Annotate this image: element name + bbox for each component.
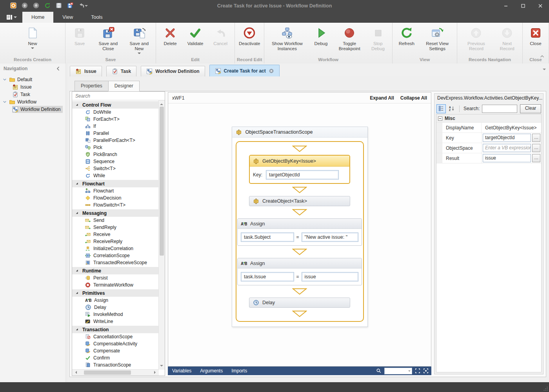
collapse-all-link[interactable]: Collapse All	[400, 95, 427, 101]
assign-value-input[interactable]: "New active issue: "	[302, 232, 358, 242]
actual-size-button[interactable]	[423, 368, 429, 374]
document-tab-create-task-for-act[interactable]: Create Task for act	[209, 65, 280, 76]
properties-search-input[interactable]	[482, 105, 517, 113]
toolbox-category-control-flow[interactable]: Control Flow	[72, 101, 159, 109]
toolbox-item-writeline[interactable]: WriteLine	[72, 318, 159, 325]
toolbox-item-delay[interactable]: Delay	[72, 304, 159, 311]
toolbox-search-box[interactable]	[72, 92, 165, 100]
ellipsis-button[interactable]: …	[532, 134, 540, 142]
drop-target-triangle-icon[interactable]	[292, 249, 307, 255]
toolbox-category-flowchart[interactable]: Flowchart	[72, 180, 159, 187]
toolbox-item-correlationscope[interactable]: CorrelationScope	[72, 252, 159, 259]
toolbox-item-persist[interactable]: Persist	[72, 274, 159, 281]
variables-tab[interactable]: Variables	[168, 367, 196, 375]
sequence-container[interactable]: GetObjectByKey<Issue> Key: targetObjectI…	[236, 141, 364, 322]
toolbox-item-flowchart[interactable]: Flowchart	[72, 187, 159, 194]
toolbox-item-flowdecision[interactable]: FlowDecision	[72, 194, 159, 201]
record-up-button[interactable]	[22, 2, 28, 10]
toolbox-item-terminateworkflow[interactable]: TerminateWorkflow	[72, 281, 159, 289]
toolbox-category-messaging[interactable]: Messaging	[72, 209, 159, 217]
drop-target-triangle-icon[interactable]	[292, 310, 307, 317]
toolbox-category-primitives[interactable]: Primitives	[72, 289, 159, 297]
alphabetical-sort-button[interactable]: AZ	[447, 104, 456, 113]
tab-close-icon[interactable]	[269, 68, 274, 74]
toolbox-item-foreach-t[interactable]: ForEach<T>	[72, 116, 159, 123]
toolbox-vertical-scrollbar[interactable]	[158, 100, 165, 370]
ribbon-tab-tools[interactable]: Tools	[82, 12, 111, 23]
debug-button[interactable]: Debug	[308, 26, 333, 47]
validate-button[interactable]: Validate	[183, 26, 208, 47]
ribbon-tab-home[interactable]: Home	[22, 12, 53, 23]
toolbox-category-runtime[interactable]: Runtime	[72, 267, 159, 274]
close-button[interactable]: Close	[523, 26, 548, 47]
toolbox-item-if[interactable]: If	[72, 123, 159, 130]
save-small-button[interactable]	[56, 2, 62, 10]
scroll-thumb[interactable]	[160, 107, 164, 256]
toolbox-item-flowswitch-t[interactable]: FlowSwitch<T>	[72, 201, 159, 209]
nav-item-task[interactable]: Task	[0, 91, 65, 98]
toolbox-search-input[interactable]	[75, 93, 162, 99]
document-tab-issue[interactable]: Issue	[70, 66, 102, 76]
show-workflow-instances-button[interactable]: Show Workflow Instances	[266, 26, 308, 52]
arguments-tab[interactable]: Arguments	[196, 367, 227, 375]
toolbox-item-pickbranch[interactable]: PickBranch	[72, 151, 159, 158]
collapse-navigation-icon[interactable]	[55, 65, 62, 72]
toolbox-item-dowhile[interactable]: DoWhile	[72, 109, 159, 116]
maximize-button[interactable]	[514, 0, 532, 12]
ellipsis-button[interactable]: …	[532, 154, 540, 162]
reset-view-settings-button[interactable]: Reset View Settings	[419, 26, 456, 52]
drop-target-triangle-icon[interactable]	[292, 288, 307, 295]
activity-delay[interactable]: Delay	[249, 298, 350, 308]
property-row-objectspace[interactable]: ObjectSpaceEnter a VB expression…	[436, 143, 541, 153]
scroll-thumb[interactable]	[84, 370, 131, 375]
categorized-view-button[interactable]	[436, 104, 446, 113]
property-row-result[interactable]: Resultissue…	[436, 153, 541, 163]
toolbox-item-sendreply[interactable]: SendReply	[72, 224, 159, 231]
activity-objectspacetransactionscope[interactable]: ObjectSpaceTransactionScope GetObjectByK…	[232, 127, 368, 327]
toolbox-item-transactedreceivescope[interactable]: TransactedReceiveScope	[72, 259, 159, 266]
ribbon-tab-view[interactable]: View	[53, 12, 82, 23]
toolbox-item-parallel[interactable]: Parallel	[72, 130, 159, 137]
undo-button[interactable]	[78, 2, 85, 10]
nav-item-issue[interactable]: Issue	[0, 83, 65, 91]
toolbox-item-switch-t[interactable]: Switch<T>	[72, 165, 159, 172]
app-gear-button[interactable]	[10, 2, 16, 10]
property-value-editor[interactable]: Enter a VB expression	[483, 144, 531, 152]
deactivate-button[interactable]: Deactivate	[236, 26, 262, 47]
toolbox-item-compensableactivity[interactable]: CompensableActivity	[72, 340, 159, 347]
application-menu-button[interactable]	[2, 13, 20, 22]
toolbox-horizontal-scrollbar[interactable]	[72, 369, 159, 376]
toolbox-item-send[interactable]: Send	[72, 217, 159, 224]
nav-item-default[interactable]: Default	[0, 76, 65, 83]
zoom-search-icon[interactable]	[376, 368, 382, 374]
toolbox-item-while[interactable]: While	[72, 172, 159, 179]
property-value-editor[interactable]: targetObjectId	[483, 134, 531, 142]
property-row-displayname[interactable]: DisplayNameGetObjectByKey<Issue>	[436, 123, 541, 133]
activity-assign-issue[interactable]: AB Assign task.Issue = issue	[237, 258, 362, 285]
save-and-new-button[interactable]: Save and New	[124, 26, 154, 56]
minimize-button[interactable]	[497, 0, 514, 12]
nav-item-workflow[interactable]: Workflow	[0, 98, 65, 105]
refresh-button[interactable]: Refresh	[394, 26, 419, 47]
document-tab-task[interactable]: Task	[106, 66, 136, 76]
activity-createobject[interactable]: CreateObject<Task>	[249, 196, 350, 206]
toolbox-item-receive[interactable]: Receive	[72, 231, 159, 238]
record-down-button[interactable]	[33, 2, 39, 10]
toolbox-item-cancellationscope[interactable]: CancellationScope	[72, 333, 159, 340]
clear-search-button[interactable]: Clear	[520, 104, 541, 113]
assign-value-input[interactable]: issue	[302, 272, 358, 281]
assign-to-input[interactable]: task.Subject	[241, 232, 294, 242]
toolbox-item-confirm[interactable]: Confirm	[72, 354, 159, 361]
save-close-small-button[interactable]	[67, 2, 73, 10]
assign-to-input[interactable]: task.Issue	[241, 272, 294, 281]
imports-tab[interactable]: Imports	[227, 367, 251, 375]
fit-to-screen-button[interactable]	[415, 368, 420, 374]
new-button[interactable]: New	[20, 26, 45, 51]
drop-target-triangle-icon[interactable]	[292, 209, 307, 216]
toggle-breakpoint-button[interactable]: Toggle Breakpoint	[333, 26, 365, 52]
toolbox-item-pick[interactable]: Pick	[72, 144, 159, 151]
toolbox-item-sequence[interactable]: Sequence	[72, 158, 159, 165]
close-button[interactable]	[532, 0, 549, 12]
drop-target-triangle-icon[interactable]	[292, 145, 307, 152]
collapse-category-icon[interactable]: −	[438, 116, 442, 121]
